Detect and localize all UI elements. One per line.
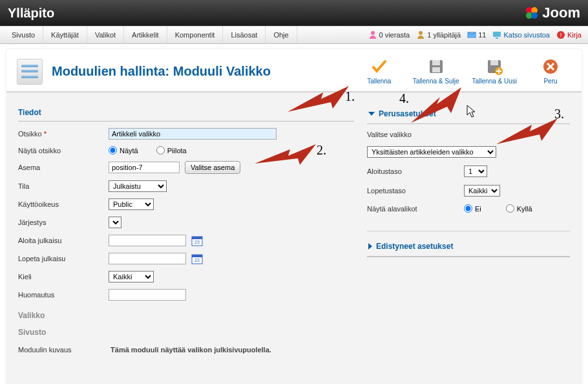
save-new-button[interactable]: Tallenna & Uusi — [472, 58, 517, 85]
select-position-button[interactable]: Valitse asema — [185, 161, 240, 174]
menu-komponentit[interactable]: Komponentit — [167, 27, 224, 43]
publish-down-input[interactable] — [109, 253, 186, 264]
admin-top-bar: Ylläpito Joom — [0, 0, 588, 26]
svg-point-3 — [531, 12, 538, 19]
view-site-link[interactable]: Katso sivustoa — [492, 30, 550, 39]
show-sub-yes-radio[interactable]: Kyllä — [506, 204, 532, 213]
end-level-label: Lopetustaso — [367, 187, 464, 195]
monitor-icon — [492, 30, 501, 39]
admins-icon — [416, 30, 425, 39]
advanced-options-panel: Edistyneet asetukset — [367, 238, 570, 257]
svg-text:!: ! — [560, 32, 562, 38]
language-select[interactable]: Kaikki — [109, 271, 154, 283]
save-button[interactable]: Tallenna — [359, 58, 400, 85]
annotation-4: 4. — [399, 91, 409, 106]
svg-point-5 — [419, 31, 423, 35]
end-level-select[interactable]: Kaikki — [464, 185, 500, 197]
menu-lisaosat[interactable]: Lisäosat — [223, 27, 266, 43]
start-level-label: Aloitustaso — [367, 167, 464, 175]
svg-rect-15 — [490, 60, 498, 65]
content-area: Tiedot Otsikko * Näytä otsikko Näytä Pii… — [6, 92, 582, 384]
brand-text: Joom — [542, 5, 580, 21]
section-menu: Valikko — [18, 307, 354, 324]
publish-up-input[interactable] — [109, 235, 186, 246]
chevron-down-icon — [368, 112, 375, 116]
svg-rect-12 — [432, 60, 440, 65]
menu-valikot[interactable]: Valikot — [87, 27, 124, 43]
select-menu-select[interactable]: Yksittäisten artikkeleiden valikko — [367, 146, 496, 158]
toolbar: Tallenna Tallenna & Sulje Tallenna & Uus… — [359, 58, 571, 85]
logout-link[interactable]: ! Kirja — [556, 30, 582, 39]
details-legend: Tiedot — [18, 105, 354, 122]
svg-text:23: 23 — [194, 240, 200, 244]
logout-icon: ! — [556, 30, 565, 39]
showtitle-hide-radio[interactable]: Piilota — [156, 146, 187, 155]
svg-rect-8 — [496, 37, 498, 39]
chevron-right-icon — [368, 243, 372, 250]
show-sub-label: Näytä alavalikot — [367, 205, 464, 213]
publish-down-label: Lopeta julkaisu — [18, 255, 109, 262]
menu-artikkelit[interactable]: Artikkelit — [124, 27, 167, 43]
access-label: Käyttöoikeus — [18, 200, 109, 208]
basic-options-panel: Perusasetukset Valitse valikko Yksittäis… — [367, 105, 570, 231]
status-messages[interactable]: 11 — [467, 30, 486, 39]
advanced-options-toggle[interactable]: Edistyneet asetukset — [367, 238, 570, 257]
note-input[interactable] — [109, 289, 186, 301]
access-select[interactable]: Public — [109, 198, 154, 210]
start-level-select[interactable]: 1 — [464, 165, 487, 177]
ordering-label: Järjestys — [18, 219, 109, 226]
title-input[interactable] — [109, 128, 277, 140]
save-icon — [428, 58, 445, 75]
status-visitors: 0 vierasta — [368, 30, 410, 39]
details-fieldset: Tiedot Otsikko * Näytä otsikko Näytä Pii… — [18, 105, 354, 354]
svg-rect-22 — [192, 255, 202, 257]
admin-title: Ylläpito — [8, 6, 54, 21]
showtitle-show-radio[interactable]: Näytä — [109, 146, 138, 155]
calendar-icon[interactable]: 23 — [191, 253, 203, 264]
status-label: Tila — [18, 182, 109, 190]
menu-ohje[interactable]: Ohje — [266, 27, 297, 43]
save-close-button[interactable]: Tallenna & Sulje — [413, 58, 459, 85]
cancel-icon — [542, 58, 559, 75]
svg-rect-13 — [432, 67, 440, 72]
check-icon — [371, 58, 388, 75]
module-icon — [17, 59, 43, 85]
svg-rect-19 — [192, 237, 202, 239]
admin-menubar: Sivusto Käyttäjät Valikot Artikkelit Kom… — [0, 26, 588, 44]
visitors-icon — [368, 30, 377, 39]
page-header: Moduulien hallinta: Moduuli Valikko Tall… — [6, 49, 582, 92]
title-label: Otsikko * — [18, 130, 109, 138]
annotation-1: 1. — [345, 89, 355, 104]
position-label: Asema — [18, 164, 109, 171]
position-input[interactable] — [109, 162, 180, 173]
save-plus-icon — [486, 58, 503, 75]
status-area: 0 vierasta 1 ylläpitäjä 11 Katso sivusto… — [368, 27, 585, 43]
joomla-flower-icon — [524, 5, 540, 21]
menu-sivusto[interactable]: Sivusto — [4, 27, 43, 43]
page-title: Moduulien hallinta: Moduuli Valikko — [52, 64, 271, 79]
svg-text:23: 23 — [194, 258, 200, 262]
mail-icon — [467, 30, 476, 39]
svg-rect-7 — [493, 32, 501, 37]
showtitle-label: Näytä otsikko — [18, 147, 109, 155]
show-sub-no-radio[interactable]: Ei — [464, 204, 481, 213]
module-desc-label: Moduulin kuvaus — [18, 346, 109, 354]
joomla-logo: Joom — [524, 5, 580, 21]
cancel-button[interactable]: Peru — [530, 58, 571, 85]
menu-kayttajat[interactable]: Käyttäjät — [43, 27, 87, 43]
calendar-icon[interactable]: 23 — [191, 235, 203, 246]
svg-point-4 — [371, 31, 375, 35]
language-label: Kieli — [18, 273, 109, 281]
select-menu-label: Valitse valikko — [367, 131, 464, 138]
status-select[interactable]: Julkaistu — [109, 180, 167, 192]
basic-options-toggle[interactable]: Perusasetukset — [367, 105, 570, 124]
ordering-select[interactable] — [109, 217, 121, 228]
status-admins: 1 ylläpitäjä — [416, 30, 461, 39]
publish-up-label: Aloita julkaisu — [18, 237, 109, 244]
section-site: Sivusto — [18, 324, 354, 341]
module-desc-text: Tämä moduuli näyttää valikon julkisivupu… — [110, 346, 271, 354]
note-label: Huomautus — [18, 291, 109, 299]
